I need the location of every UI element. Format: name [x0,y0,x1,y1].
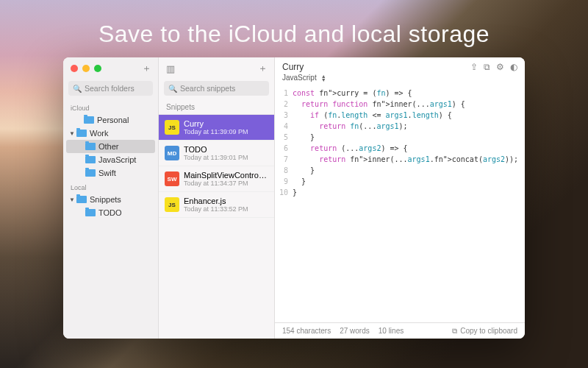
folder-swift[interactable]: Swift [66,166,155,180]
share-icon[interactable]: ⇪ [470,62,478,72]
zoom-icon[interactable] [94,65,101,72]
search-placeholder: Search snippets [180,84,235,93]
js-icon: JS [165,197,179,212]
snippets-panel: ▥ ＋ 🔍 Search snippets Snippets JS Curry … [159,57,275,339]
snippets-toolbar: ▥ ＋ [159,57,274,79]
traffic-lights [69,65,103,72]
headline: Save to the iCloud and local storage [0,21,588,48]
snippet-time: Today at 11:39:01 PM [184,154,248,161]
snippets-header: Snippets [159,100,274,115]
section-icloud-label: iCloud [63,100,158,113]
folder-icon [76,196,87,203]
folder-icon [85,209,96,216]
search-icon: 🔍 [168,85,177,93]
word-count: 27 words [340,327,370,335]
stepper-icon: ▲▼ [321,74,326,82]
js-icon: JS [165,120,179,135]
add-folder-button[interactable]: ＋ [140,62,152,75]
gear-icon[interactable]: ⚙ [496,62,504,72]
section-local-label: Local [63,180,158,193]
clipboard-icon: ⧉ [452,327,457,336]
language-select[interactable]: JavaScript ▲▼ [282,74,326,82]
md-icon: MD [165,146,179,160]
folder-work[interactable]: ▼ Work [66,127,155,140]
copy-to-clipboard-button[interactable]: ⧉ Copy to clipboard [452,327,517,336]
snippet-time: Today at 11:33:52 PM [184,205,248,213]
folder-icon [85,143,96,150]
snippet-title: Curry [184,119,248,128]
snippet-title: TODO [184,145,248,154]
folder-other[interactable]: Other [66,140,155,153]
folder-snippets[interactable]: ▼ Snippets [66,193,155,206]
snippet-time: Today at 11:34:37 PM [184,180,268,187]
folder-todo[interactable]: TODO [66,206,155,219]
code-content[interactable]: const fn">curry = (fn) => { return funct… [293,88,525,322]
status-bar: 154 characters 27 words 10 lines ⧉ Copy … [275,322,525,339]
folder-javascript[interactable]: JavaScript [66,153,155,166]
search-snippets-input[interactable]: 🔍 Search snippets [164,81,269,96]
close-icon[interactable] [71,65,78,72]
add-snippet-button[interactable]: ＋ [257,62,268,75]
snippet-time: Today at 11:39:09 PM [184,128,248,135]
theme-icon[interactable]: ◐ [510,62,517,72]
char-count: 154 characters [282,327,331,335]
code-editor[interactable]: 12345678910 const fn">curry = (fn) => { … [275,86,525,322]
chevron-down-icon: ▼ [69,197,76,203]
snippet-curry[interactable]: JS Curry Today at 11:39:09 PM [159,115,274,141]
snippet-todo[interactable]: MD TODO Today at 11:39:01 PM [159,141,274,166]
copy-icon[interactable]: ⧉ [484,62,490,72]
folder-icon [76,130,87,137]
toggle-sidebar-button[interactable]: ▥ [165,63,176,74]
chevron-down-icon: ▼ [69,130,76,137]
folder-icon [85,156,96,163]
line-gutter: 12345678910 [275,88,293,322]
folders-sidebar: ＋ 🔍 Search folders iCloud Personal ▼ Wor… [63,57,159,339]
app-window: ＋ 🔍 Search folders iCloud Personal ▼ Wor… [63,57,525,339]
snippet-title: Enhancer.js [184,197,248,205]
folder-personal[interactable]: Personal [66,113,155,127]
editor-title: Curry [282,62,466,72]
line-count: 10 lines [379,327,404,335]
editor-panel: Curry ⇪ ⧉ ⚙ ◐ JavaScript ▲▼ 12345678910 … [275,57,525,339]
snippet-enhancer[interactable]: JS Enhancer.js Today at 11:33:52 PM [159,192,274,218]
search-folders-input[interactable]: 🔍 Search folders [68,81,153,96]
sidebar-toolbar: ＋ [63,57,158,79]
search-placeholder: Search folders [85,84,135,93]
minimize-icon[interactable] [82,65,90,72]
search-icon: 🔍 [73,85,82,93]
snippet-mainsplit[interactable]: SW MainSplitViewController Today at 11:3… [159,166,274,192]
folder-icon [85,169,96,177]
snippet-title: MainSplitViewController [184,171,268,180]
folder-icon [84,116,94,124]
swift-icon: SW [165,171,179,186]
